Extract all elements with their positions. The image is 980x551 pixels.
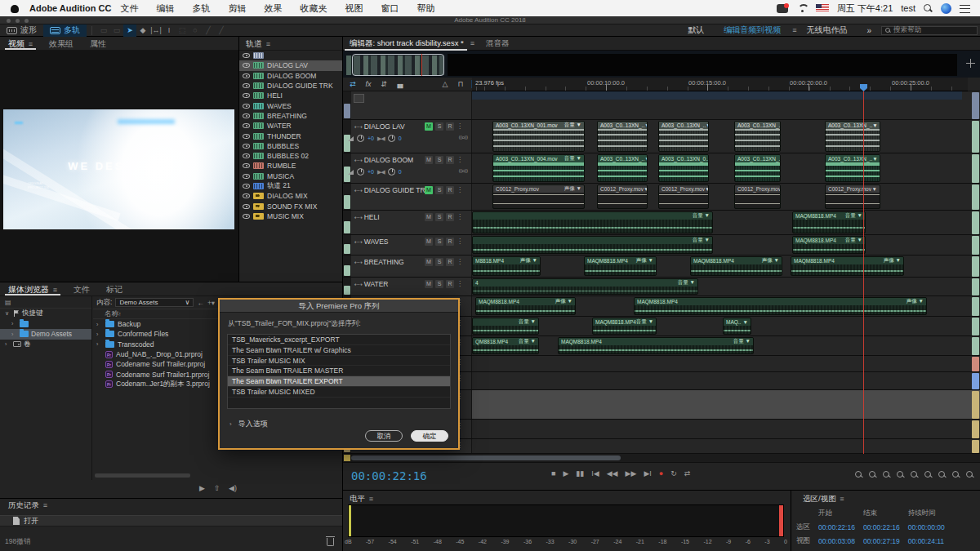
solo-rec-button[interactable]: R <box>446 258 454 266</box>
audio-clip[interactable]: A003_C0..13XN_..▼ <box>734 154 781 182</box>
eye-icon[interactable] <box>243 73 250 78</box>
eye-icon[interactable] <box>243 204 250 209</box>
eye-icon[interactable] <box>243 104 250 109</box>
mute-button[interactable]: M <box>425 258 433 266</box>
input-language-flag-icon[interactable] <box>816 4 829 12</box>
history-entry[interactable]: 打开 <box>0 515 342 527</box>
play-button[interactable]: ▶ <box>563 469 568 478</box>
track-list-item[interactable]: DIALOG BOOM <box>239 71 342 81</box>
lane-header[interactable] <box>343 91 472 119</box>
sequence-item[interactable]: TSB_Mavericks_excerpt_EXPORT <box>228 335 450 345</box>
stop-button[interactable]: ■ <box>551 469 555 478</box>
meter-icon[interactable]: ▗▖ <box>394 80 404 88</box>
tab-files[interactable]: 文件 <box>65 282 98 296</box>
clip-control-dropdown[interactable]: ▼ <box>644 186 647 192</box>
clip-control-dropdown[interactable]: ▼ <box>743 319 748 325</box>
vscroll-track-block[interactable] <box>972 440 979 453</box>
audio-clip[interactable]: MAQM8818.MP4音量 ▼ <box>792 236 866 254</box>
navigator-view-range[interactable] <box>352 54 444 76</box>
routing-icon[interactable]: ⇵ <box>379 80 389 88</box>
vscroll-track-block[interactable] <box>972 278 979 295</box>
zoom-button-7[interactable] <box>951 470 960 478</box>
clip-control-dropdown[interactable]: 音量 ▼ <box>845 237 862 244</box>
clip-control-dropdown[interactable]: 音量 ▼ <box>636 318 653 326</box>
track-list-item[interactable]: MUSICA <box>239 171 342 181</box>
back-arrow-icon[interactable]: ← <box>197 299 204 307</box>
lane-header[interactable]: DIALOG LAVMSR⋮+0▶◀0((o)) <box>343 120 472 153</box>
audio-clip[interactable]: MAQM8818.MP4声像 ▼ <box>634 297 927 315</box>
eye-icon[interactable] <box>243 174 250 179</box>
eye-icon[interactable] <box>243 63 250 68</box>
speaker-icon[interactable]: ◀) <box>229 484 237 492</box>
clip-control-dropdown[interactable]: 音量 ▼ <box>519 338 536 345</box>
solo-rec-button[interactable]: R <box>446 280 454 288</box>
navigator-zoom-icon[interactable] <box>966 59 975 68</box>
solo-rec-button[interactable]: R <box>446 213 454 221</box>
audio-clip[interactable]: 音量 ▼ <box>472 211 713 233</box>
audio-clip[interactable]: 4音量 ▼ <box>472 278 698 295</box>
audio-clip[interactable]: MAQM8818.MP4声像 ▼ <box>791 256 904 276</box>
track-list-item[interactable]: DIALOG GUIDE TRK <box>239 81 342 91</box>
hscroll-handle[interactable] <box>351 455 621 460</box>
tree-volumes[interactable]: ›卷 <box>0 340 91 350</box>
tree-shortcuts[interactable]: ∨快捷键 <box>0 309 91 319</box>
tab-editor[interactable]: 编辑器: short track disbility.sesx * <box>343 37 469 51</box>
clip-control-dropdown[interactable]: ▼ <box>706 122 708 128</box>
audio-clip[interactable]: C0012_Proxy.mov▼ <box>825 184 880 209</box>
audio-clip[interactable]: A003_C0..13XN_001.mov音量 ▼ <box>492 121 585 152</box>
clip-control-dropdown[interactable]: 音量 ▼ <box>564 122 581 129</box>
tab-media-browser[interactable]: 媒体浏览器 ≡ <box>0 282 65 296</box>
eye-icon[interactable] <box>243 83 250 88</box>
menu-user[interactable]: test <box>901 3 915 13</box>
vscroll-track-block[interactable] <box>972 391 979 419</box>
menu-item[interactable]: 窗口 <box>372 2 408 15</box>
solo-rec-button[interactable]: S <box>435 213 443 221</box>
mute-button[interactable]: M <box>425 122 433 131</box>
audio-clip[interactable]: C0012_Proxy.mov▼ <box>734 184 781 209</box>
next-button[interactable]: ▶Ι <box>644 469 651 478</box>
vscroll-track-block[interactable] <box>972 373 979 389</box>
content-dropdown[interactable]: Demo Assets∨ <box>115 298 194 307</box>
eye-icon[interactable] <box>243 93 250 98</box>
tab-video[interactable]: 视频 ≡ <box>0 37 41 51</box>
spotlight-icon[interactable] <box>924 4 933 13</box>
eye-icon[interactable] <box>243 53 250 58</box>
clip-control-dropdown[interactable]: 声像 ▼ <box>762 257 779 264</box>
clip-control-dropdown[interactable]: ▼ <box>644 122 647 128</box>
audio-clip[interactable]: MAQM8818.MP4声像 ▼ <box>584 256 657 276</box>
zoom-button-3[interactable] <box>896 470 904 478</box>
menu-clock[interactable]: 周五 下午4:21 <box>837 2 893 15</box>
clip-control-dropdown[interactable]: 音量 ▼ <box>845 212 862 220</box>
skip-button[interactable]: ⇄ <box>684 469 691 478</box>
track-list-item[interactable]: HELI <box>239 91 342 100</box>
zoom-button-5[interactable] <box>924 470 932 478</box>
track-list-item[interactable]: THUNDER <box>239 131 342 140</box>
lane-header[interactable]: DIALOG BOOMMSR⋮+0▶◀0((o)) <box>343 153 472 183</box>
eye-icon[interactable] <box>243 214 250 219</box>
vscroll-track-block[interactable] <box>972 92 979 119</box>
clip-control-dropdown[interactable]: 声像 ▼ <box>555 298 572 305</box>
audio-clip[interactable]: A003_C0..13XN_..▼ <box>734 121 781 152</box>
solo-rec-button[interactable]: R <box>446 238 454 246</box>
multitrack-view-button[interactable]: 多轨 <box>43 24 87 37</box>
track-list-item[interactable]: DIALOG LAV <box>239 60 342 70</box>
track-list-item[interactable]: SOUND FX MIX <box>239 201 342 211</box>
clip-control-dropdown[interactable]: 音量 ▼ <box>678 279 695 287</box>
col-name[interactable]: 名称 <box>105 309 118 319</box>
clip-control-dropdown[interactable]: ▼ <box>872 156 877 162</box>
eye-icon[interactable] <box>243 113 250 118</box>
solo-rec-button[interactable]: S <box>435 238 443 246</box>
mute-button[interactable]: M <box>425 186 433 194</box>
audio-clip[interactable]: C0012_Proxy.mov▼ <box>597 184 648 209</box>
loop-button[interactable]: ↻ <box>670 469 677 478</box>
clip-control-dropdown[interactable]: ▼ <box>872 122 877 128</box>
vscroll-track-block[interactable] <box>972 236 979 255</box>
cancel-button[interactable]: 取消 <box>365 430 403 442</box>
track-list-item[interactable]: WAVES <box>239 100 342 110</box>
track-list-item[interactable]: WATER <box>239 121 342 131</box>
import-options-toggle[interactable]: ›导入选项 <box>229 419 268 429</box>
media-tree-toolbar[interactable]: ▤ <box>0 296 91 309</box>
workspace-active[interactable]: 编辑音频到视频 <box>714 24 791 36</box>
clip-control-dropdown[interactable]: 声像 ▼ <box>564 185 581 193</box>
eye-icon[interactable] <box>243 163 250 168</box>
